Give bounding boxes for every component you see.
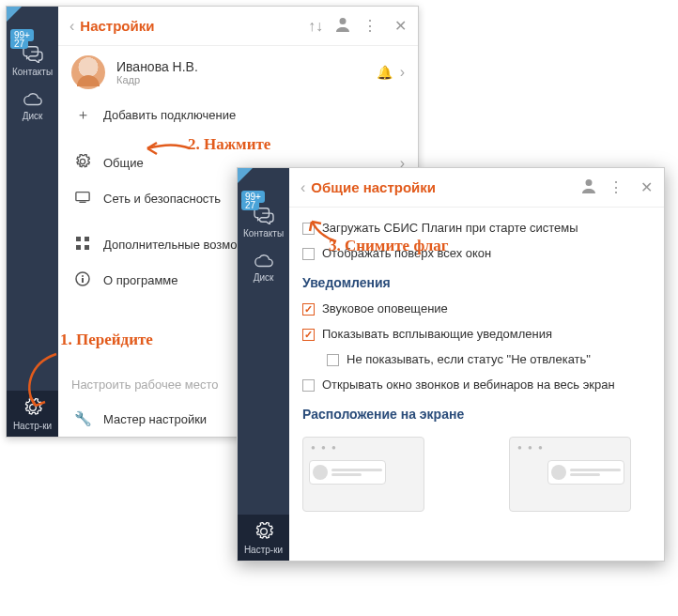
avatar [71, 55, 105, 89]
sidebar: 99+ 27 Контакты Диск Настр-ки [7, 7, 58, 437]
wrench-icon: 🔧 [71, 410, 94, 427]
general-settings-window: 99+ 27 Контакты Диск Настр-ки ‹ Общие на… [237, 167, 665, 562]
contacts-badge: 27 [241, 200, 259, 210]
section-notifications: Уведомления [289, 266, 664, 296]
more-icon[interactable]: ⋮ [609, 178, 624, 196]
checkbox-load-on-start[interactable]: Загружать СБИС Плагин при старте системы [289, 215, 664, 240]
checkbox-popup[interactable]: Показывать всплывающие уведомления [289, 321, 664, 346]
monitor-icon [71, 191, 94, 207]
sidebar-item-label: Настр-ки [244, 545, 283, 555]
dots-icon: ● ● ● [311, 443, 338, 452]
sidebar-item-disk[interactable]: Диск [7, 83, 58, 127]
sidebar-item-label: Контакты [12, 67, 53, 77]
gear-icon [7, 398, 58, 421]
sidebar-item-label: Диск [254, 272, 274, 283]
corner-accent [7, 7, 22, 22]
svg-rect-0 [76, 192, 89, 201]
checkbox-icon[interactable] [302, 379, 315, 392]
sidebar-item-disk[interactable]: Диск [238, 244, 289, 288]
checkbox-icon[interactable] [302, 329, 315, 341]
row-label: Добавить подключение [103, 108, 405, 122]
position-options: ● ● ● ● ● ● [289, 427, 664, 521]
checkbox-always-on-top[interactable]: Отображать поверх всех окон [289, 240, 664, 266]
cloud-icon [7, 90, 58, 111]
user-row[interactable]: Иванова Н.В. Кадр 🔔 › [58, 46, 418, 97]
bell-icon[interactable]: 🔔 [377, 65, 393, 80]
grid-icon [71, 237, 94, 253]
general-settings-content: ‹ Общие настройки ⋮ ✕ Загружать СБИС Пла… [289, 168, 664, 561]
more-icon[interactable]: ⋮ [362, 17, 378, 35]
page-title: Настройки [80, 18, 295, 34]
cloud-icon [238, 252, 289, 272]
checkbox-fullscreen[interactable]: Открывать окно звонков и вебинаров на ве… [289, 372, 664, 397]
checkbox-icon[interactable] [302, 223, 315, 235]
svg-rect-7 [82, 278, 84, 283]
notification-preview [309, 460, 386, 485]
chevron-right-icon: › [400, 64, 405, 81]
plus-icon: ＋ [71, 106, 94, 124]
notification-preview [547, 460, 624, 485]
back-icon[interactable]: ‹ [69, 18, 74, 35]
user-info: Иванова Н.В. Кадр [116, 59, 377, 85]
position-option-right[interactable]: ● ● ● [509, 437, 631, 512]
checkbox-label: Открывать окно звонков и вебинаров на ве… [322, 377, 615, 392]
sidebar-item-label: Диск [23, 111, 43, 121]
checkbox-label: Не показывать, если статус "Не отвлекать… [347, 352, 591, 366]
row-add-connection[interactable]: ＋ Добавить подключение [58, 97, 418, 133]
svg-rect-4 [85, 245, 89, 250]
checkbox-label: Отображать поверх всех окон [322, 246, 491, 260]
contacts-badge: 27 [10, 38, 28, 49]
sidebar-item-contacts[interactable]: 27 Контакты [238, 198, 289, 244]
position-option-left[interactable]: ● ● ● [302, 437, 424, 512]
checkbox-label: Показывать всплывающие уведомления [322, 327, 552, 341]
section-position: Расположение на экране [289, 397, 664, 427]
sidebar: 99+ 27 Контакты Диск Настр-ки [238, 168, 289, 561]
person-icon[interactable] [582, 178, 595, 197]
dots-icon: ● ● ● [517, 443, 545, 452]
header: ‹ Настройки ↑↓ ⋮ ✕ [58, 7, 418, 46]
checkbox-label: Загружать СБИС Плагин при старте системы [322, 221, 578, 235]
gear-icon [238, 522, 289, 545]
close-icon[interactable]: ✕ [640, 178, 653, 196]
svg-rect-1 [76, 237, 81, 241]
sidebar-item-settings[interactable]: Настр-ки [7, 391, 58, 437]
sort-icon[interactable]: ↑↓ [308, 18, 323, 35]
checkbox-icon[interactable] [302, 248, 315, 260]
user-sub: Кадр [116, 74, 377, 85]
checkbox-icon[interactable] [327, 354, 339, 366]
checkbox-dnd[interactable]: Не показывать, если статус "Не отвлекать… [289, 346, 664, 372]
close-icon[interactable]: ✕ [394, 17, 407, 35]
gear-icon [71, 154, 94, 172]
sidebar-item-label: Контакты [243, 228, 284, 239]
checkbox-sound[interactable]: Звуковое оповещение [289, 296, 664, 321]
corner-accent [238, 168, 253, 183]
checkbox-label: Звуковое оповещение [322, 301, 448, 316]
header: ‹ Общие настройки ⋮ ✕ [289, 168, 664, 208]
user-name: Иванова Н.В. [116, 59, 377, 74]
info-icon [71, 271, 94, 289]
svg-rect-3 [76, 245, 81, 250]
sidebar-item-label: Настр-ки [13, 421, 52, 431]
svg-point-6 [82, 275, 84, 277]
sidebar-item-settings[interactable]: Настр-ки [238, 515, 289, 561]
checkbox-icon[interactable] [302, 303, 315, 316]
svg-rect-2 [85, 237, 89, 241]
page-title: Общие настройки [311, 179, 569, 195]
person-icon[interactable] [336, 17, 349, 36]
sidebar-item-contacts[interactable]: 27 Контакты [7, 37, 58, 83]
back-icon[interactable]: ‹ [300, 179, 305, 196]
